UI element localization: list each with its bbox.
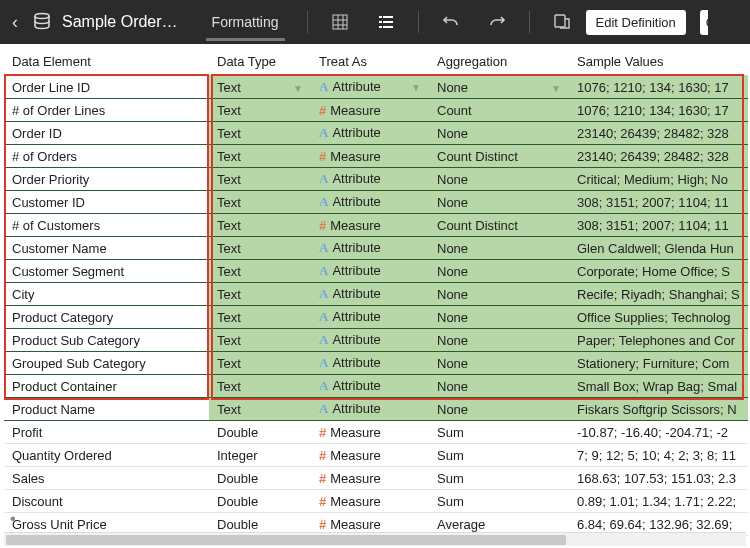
cell-data-element[interactable]: Order Priority [4, 168, 209, 191]
table-row[interactable]: # of Order LinesText#MeasureCount1076; 1… [4, 99, 748, 122]
list-view-icon[interactable] [376, 12, 396, 32]
cell-aggregation[interactable]: Sum [429, 467, 569, 490]
col-data-element[interactable]: Data Element [4, 48, 209, 76]
undo-icon[interactable] [441, 12, 461, 32]
cell-aggregation[interactable]: None [429, 260, 569, 283]
table-row[interactable]: Product NameTextAAttributeNoneFiskars So… [4, 398, 748, 421]
tab-formatting[interactable]: Formatting [206, 4, 285, 41]
cell-data-element[interactable]: Quantity Ordered [4, 444, 209, 467]
wrangle-icon[interactable] [552, 12, 572, 32]
cell-data-element[interactable]: Profit [4, 421, 209, 444]
cell-data-element[interactable]: Product Container [4, 375, 209, 398]
cell-aggregation[interactable]: None [429, 306, 569, 329]
cell-aggregation[interactable]: None [429, 329, 569, 352]
cell-aggregation[interactable]: None [429, 122, 569, 145]
cell-treat-as[interactable]: AAttribute [311, 329, 429, 352]
cell-aggregation[interactable]: None [429, 191, 569, 214]
col-treat-as[interactable]: Treat As [311, 48, 429, 76]
table-row[interactable]: Order PriorityTextAAttributeNoneCritical… [4, 168, 748, 191]
cell-treat-as[interactable]: #Measure [311, 444, 429, 467]
table-row[interactable]: Order IDTextAAttributeNone23140; 26439; … [4, 122, 748, 145]
cell-data-element[interactable]: Customer ID [4, 191, 209, 214]
table-row[interactable]: Order Line IDText▼AAttribute▼None▼1076; … [4, 76, 748, 99]
cell-data-type[interactable]: Text [209, 214, 311, 237]
next-button-partial[interactable]: C [700, 10, 708, 35]
cell-data-type[interactable]: Integer [209, 444, 311, 467]
cell-aggregation[interactable]: Sum [429, 421, 569, 444]
cell-treat-as[interactable]: AAttribute [311, 260, 429, 283]
cell-data-element[interactable]: # of Orders [4, 145, 209, 168]
cell-treat-as[interactable]: #Measure [311, 214, 429, 237]
cell-data-type[interactable]: Text [209, 306, 311, 329]
cell-data-element[interactable]: Product Category [4, 306, 209, 329]
cell-data-element[interactable]: City [4, 283, 209, 306]
cell-data-type[interactable]: Text [209, 283, 311, 306]
table-row[interactable]: Product CategoryTextAAttributeNoneOffice… [4, 306, 748, 329]
cell-data-element[interactable]: Discount [4, 490, 209, 513]
cell-aggregation[interactable]: Count [429, 99, 569, 122]
cell-treat-as[interactable]: #Measure [311, 99, 429, 122]
scrollbar-thumb[interactable] [6, 535, 566, 545]
cell-data-type[interactable]: Text [209, 237, 311, 260]
cell-treat-as[interactable]: AAttribute [311, 191, 429, 214]
cell-aggregation[interactable]: Sum [429, 490, 569, 513]
cell-treat-as[interactable]: AAttribute [311, 352, 429, 375]
table-row[interactable]: Grouped Sub CategoryTextAAttributeNoneSt… [4, 352, 748, 375]
cell-treat-as[interactable]: AAttribute▼ [311, 76, 429, 99]
cell-data-element[interactable]: # of Customers [4, 214, 209, 237]
cell-data-element[interactable]: Grouped Sub Category [4, 352, 209, 375]
table-row[interactable]: DiscountDouble#MeasureSum0.89; 1.01; 1.3… [4, 490, 748, 513]
cell-data-type[interactable]: Text [209, 191, 311, 214]
cell-data-element[interactable]: Customer Segment [4, 260, 209, 283]
horizontal-scrollbar[interactable] [4, 532, 746, 546]
table-row[interactable]: Product ContainerTextAAttributeNoneSmall… [4, 375, 748, 398]
table-row[interactable]: # of CustomersText#MeasureCount Distinct… [4, 214, 748, 237]
cell-data-type[interactable]: Double [209, 421, 311, 444]
cell-aggregation[interactable]: None▼ [429, 76, 569, 99]
table-row[interactable]: # of OrdersText#MeasureCount Distinct231… [4, 145, 748, 168]
cell-data-type[interactable]: Text [209, 375, 311, 398]
cell-aggregation[interactable]: Count Distinct [429, 214, 569, 237]
cell-treat-as[interactable]: AAttribute [311, 122, 429, 145]
cell-treat-as[interactable]: #Measure [311, 421, 429, 444]
col-sample-values[interactable]: Sample Values [569, 48, 748, 76]
cell-data-element[interactable]: Product Name [4, 398, 209, 421]
cell-aggregation[interactable]: Sum [429, 444, 569, 467]
cell-data-element[interactable]: Order Line ID [4, 76, 209, 99]
cell-data-type[interactable]: Text [209, 398, 311, 421]
grid-view-icon[interactable] [330, 12, 350, 32]
edit-definition-button[interactable]: Edit Definition [586, 10, 686, 35]
cell-treat-as[interactable]: AAttribute [311, 398, 429, 421]
table-row[interactable]: Customer IDTextAAttributeNone308; 3151; … [4, 191, 748, 214]
back-chevron-icon[interactable]: ‹ [8, 12, 22, 33]
cell-treat-as[interactable]: #Measure [311, 490, 429, 513]
cell-aggregation[interactable]: Count Distinct [429, 145, 569, 168]
table-row[interactable]: ProfitDouble#MeasureSum-10.87; -16.40; -… [4, 421, 748, 444]
cell-aggregation[interactable]: None [429, 375, 569, 398]
cell-data-type[interactable]: Text▼ [209, 76, 311, 99]
dropdown-triangle-icon[interactable]: ▼ [293, 83, 303, 94]
cell-data-type[interactable]: Text [209, 260, 311, 283]
col-data-type[interactable]: Data Type [209, 48, 311, 76]
table-row[interactable]: Quantity OrderedInteger#MeasureSum7; 9; … [4, 444, 748, 467]
cell-aggregation[interactable]: None [429, 352, 569, 375]
table-row[interactable]: Customer SegmentTextAAttributeNoneCorpor… [4, 260, 748, 283]
cell-data-type[interactable]: Double [209, 467, 311, 490]
cell-aggregation[interactable]: None [429, 398, 569, 421]
cell-aggregation[interactable]: None [429, 283, 569, 306]
redo-icon[interactable] [487, 12, 507, 32]
cell-data-type[interactable]: Text [209, 168, 311, 191]
cell-treat-as[interactable]: AAttribute [311, 168, 429, 191]
cell-treat-as[interactable]: #Measure [311, 467, 429, 490]
dropdown-triangle-icon[interactable]: ▼ [411, 82, 421, 93]
cell-data-type[interactable]: Text [209, 352, 311, 375]
cell-data-element[interactable]: Sales [4, 467, 209, 490]
cell-data-element[interactable]: Product Sub Category [4, 329, 209, 352]
cell-data-element[interactable]: # of Order Lines [4, 99, 209, 122]
cell-treat-as[interactable]: #Measure [311, 145, 429, 168]
cell-treat-as[interactable]: AAttribute [311, 283, 429, 306]
cell-data-type[interactable]: Text [209, 122, 311, 145]
table-row[interactable]: SalesDouble#MeasureSum168.63; 107.53; 15… [4, 467, 748, 490]
cell-treat-as[interactable]: AAttribute [311, 375, 429, 398]
cell-data-type[interactable]: Text [209, 99, 311, 122]
